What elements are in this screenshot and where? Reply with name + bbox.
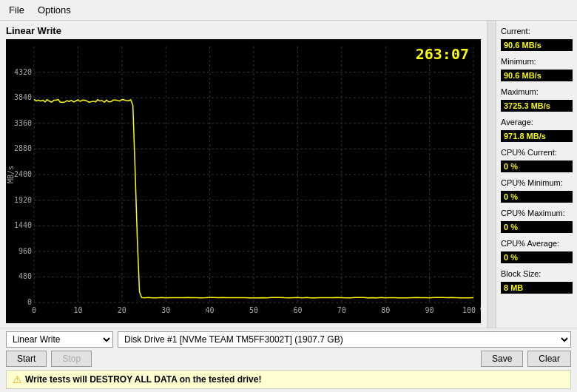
- controls-row1: Linear Write Disk Drive #1 [NVMe TEAM TM…: [6, 331, 571, 348]
- clear-button[interactable]: Clear: [527, 351, 571, 367]
- controls-row2: Start Stop Save Clear: [6, 351, 571, 367]
- current-value: 90.6 MB/s: [501, 39, 573, 51]
- block-size-label: Block Size:: [501, 269, 573, 278]
- warning-row: ⚠ Write tests will DESTROY ALL DATA on t…: [6, 370, 571, 389]
- warning-text: Write tests will DESTROY ALL DATA on the…: [25, 374, 261, 385]
- left-panel: Linear Write 263:07: [0, 21, 487, 328]
- maximum-label: Maximum:: [501, 87, 573, 96]
- maximum-value: 3725.3 MB/s: [501, 100, 573, 112]
- cpu-average-label: CPU% Average:: [501, 239, 573, 248]
- cpu-current-label: CPU% Current:: [501, 148, 573, 157]
- menubar: File Options: [0, 0, 577, 21]
- cpu-minimum-value: 0 %: [501, 191, 573, 203]
- timer-display: 263:07: [416, 45, 469, 63]
- current-label: Current:: [501, 27, 573, 36]
- block-size-value: 8 MB: [501, 282, 573, 294]
- chart-canvas: [6, 39, 481, 323]
- average-label: Average:: [501, 118, 573, 126]
- cpu-current-value: 0 %: [501, 160, 573, 172]
- test-type-dropdown[interactable]: Linear Write: [6, 331, 113, 348]
- chart-title: Linear Write: [6, 25, 481, 36]
- minimum-label: Minimum:: [501, 57, 573, 66]
- cpu-maximum-value: 0 %: [501, 221, 573, 233]
- warning-icon: ⚠: [13, 374, 22, 385]
- main-area: Linear Write 263:07 Current: 90.6 MB/s M…: [0, 21, 577, 328]
- start-button[interactable]: Start: [6, 351, 47, 367]
- scrollbar[interactable]: [487, 21, 496, 328]
- chart-container: 263:07: [6, 39, 481, 323]
- bottom-controls: Linear Write Disk Drive #1 [NVMe TEAM TM…: [0, 328, 577, 392]
- menu-options[interactable]: Options: [35, 3, 74, 17]
- disk-dropdown[interactable]: Disk Drive #1 [NVMe TEAM TM5FF3002T] (19…: [118, 331, 571, 348]
- main-window: File Options Linear Write 263:07 Current…: [0, 0, 577, 392]
- average-value: 971.8 MB/s: [501, 130, 573, 142]
- cpu-minimum-label: CPU% Minimum:: [501, 178, 573, 187]
- menu-file[interactable]: File: [6, 3, 27, 17]
- stats-panel: Current: 90.6 MB/s Minimum: 90.6 MB/s Ma…: [496, 21, 577, 328]
- save-button[interactable]: Save: [481, 351, 523, 367]
- cpu-average-value: 0 %: [501, 251, 573, 263]
- cpu-maximum-label: CPU% Maximum:: [501, 209, 573, 217]
- minimum-value: 90.6 MB/s: [501, 70, 573, 81]
- stop-button[interactable]: Stop: [51, 351, 92, 367]
